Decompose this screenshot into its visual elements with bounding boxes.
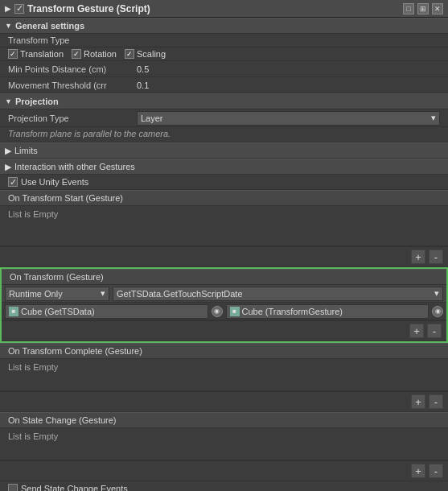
scaling-checkbox-item[interactable]: ✓ Scaling [125, 49, 166, 59]
unity-events-label: Use Unity Events [21, 177, 88, 187]
translation-label: Translation [20, 49, 64, 59]
on-state-change-plus[interactable]: + [411, 464, 425, 478]
on-transform-start-section: On Transform Start (Gesture) List is Emp… [0, 190, 448, 267]
on-transform-complete-header: On Transform Complete (Gesture) [0, 343, 448, 359]
min-points-row: Min Points Distance (cm) 0.5 [0, 61, 448, 77]
runtime-dropdown-arrow: ▾ [101, 288, 105, 299]
on-transform-start-header: On Transform Start (Gesture) [0, 190, 448, 206]
projection-header[interactable]: ▼ Projection [0, 93, 448, 109]
translation-checkbox[interactable]: ✓ [8, 49, 18, 59]
on-transform-complete-label: On Transform Complete (Gesture) [8, 346, 142, 356]
window-title: Transform Gesture (Script) [27, 3, 403, 14]
on-transform-start-empty: List is Empty [8, 209, 58, 219]
on-transform-start-label: On Transform Start (Gesture) [8, 193, 123, 203]
projection-type-label: Projection Type [8, 113, 137, 123]
min-points-value: 0.5 [137, 64, 149, 74]
on-transform-complete-plus[interactable]: + [411, 394, 425, 409]
on-transform-start-plus[interactable]: + [411, 250, 425, 264]
on-transform-header: On Transform (Gesture) [2, 269, 446, 285]
projection-type-row: Projection Type Layer ▾ [0, 109, 448, 127]
dropdown-arrow-icon: ▾ [431, 113, 436, 123]
on-transform-complete-content: List is Empty [0, 359, 448, 375]
transform-type-label: Transform Type [8, 35, 69, 45]
projection-info-text: Transform plane is parallel to the camer… [0, 127, 448, 142]
obj-field-1[interactable]: ■ Cube (GetTSData) [5, 304, 208, 319]
on-transform-label: On Transform (Gesture) [10, 272, 104, 282]
on-transform-start-content: List is Empty [0, 206, 448, 222]
on-transform-footer: + - [2, 320, 446, 340]
send-state-change-checkbox[interactable] [8, 484, 18, 491]
projection-info-label: Transform plane is parallel to the camer… [8, 129, 171, 138]
on-state-change-header: On State Change (Gesture) [0, 412, 448, 428]
projection-arrow: ▼ [5, 97, 12, 105]
on-transform-event-row: Runtime Only ▾ GetTSData.GetTouchScriptD… [2, 285, 446, 303]
title-icon-2[interactable]: ⊞ [417, 3, 429, 14]
obj-label-1: Cube (GetTSData) [21, 307, 95, 316]
title-icons: □ ⊞ ✕ [403, 3, 443, 14]
movement-row: Movement Threshold (crr 0.1 [0, 77, 448, 93]
scaling-checkbox[interactable]: ✓ [125, 49, 134, 59]
obj-icon-2: ■ [230, 307, 240, 316]
limits-label: Limits [14, 146, 38, 155]
title-icon-1[interactable]: □ [403, 3, 414, 14]
on-transform-complete-section: On Transform Complete (Gesture) List is … [0, 343, 448, 412]
main-content: ▼ General settings Transform Type ✓ Tran… [0, 18, 448, 491]
transform-type-row: Transform Type [0, 34, 448, 47]
send-state-change-label: Send State Change Events [21, 484, 128, 491]
function-dropdown-arrow: ▾ [434, 288, 439, 299]
obj-circle-btn-2[interactable]: ◉ [432, 306, 443, 317]
on-state-change-section: On State Change (Gesture) List is Empty … [0, 412, 448, 481]
projection-type-value: Layer [141, 113, 163, 123]
interaction-header[interactable]: ▶ Interaction with other Gestures [0, 159, 448, 175]
on-state-change-minus[interactable]: - [429, 464, 443, 478]
send-state-change-row[interactable]: Send State Change Events [0, 481, 448, 491]
on-transform-start-minus[interactable]: - [429, 250, 443, 264]
obj-label-2: Cube (TransformGesture) [242, 307, 343, 316]
runtime-dropdown[interactable]: Runtime Only ▾ [5, 287, 109, 301]
limits-header[interactable]: ▶ Limits [0, 142, 448, 159]
rotation-checkbox-item[interactable]: ✓ Rotation [72, 49, 117, 59]
on-transform-complete-footer: + - [0, 391, 448, 411]
title-checkbox[interactable]: ✓ [14, 4, 24, 14]
on-state-change-empty: List is Empty [8, 431, 58, 441]
unity-events-checkbox[interactable]: ✓ [8, 177, 18, 187]
on-transform-section: On Transform (Gesture) Runtime Only ▾ Ge… [2, 269, 446, 341]
on-transform-complete-empty: List is Empty [8, 362, 58, 372]
on-transform-plus[interactable]: + [409, 324, 424, 338]
runtime-label: Runtime Only [9, 289, 63, 299]
rotation-checkbox[interactable]: ✓ [72, 49, 81, 59]
movement-label: Movement Threshold (crr [8, 80, 137, 90]
rotation-label: Rotation [84, 49, 117, 59]
on-state-change-label: On State Change (Gesture) [8, 415, 117, 425]
on-transform-highlighted-wrapper: On Transform (Gesture) Runtime Only ▾ Ge… [0, 267, 448, 343]
on-transform-minus[interactable]: - [427, 324, 442, 338]
on-state-change-content: List is Empty [0, 428, 448, 444]
unity-events-row[interactable]: ✓ Use Unity Events [0, 175, 448, 190]
on-transform-complete-minus[interactable]: - [429, 394, 443, 409]
obj-icon-1: ■ [9, 307, 18, 316]
on-state-change-footer: + - [0, 460, 448, 481]
general-settings-header[interactable]: ▼ General settings [0, 18, 448, 34]
projection-label: Projection [15, 97, 59, 106]
function-value: GetTSData.GetTouchScriptDate [117, 289, 243, 299]
general-settings-label: General settings [15, 21, 84, 31]
function-dropdown[interactable]: GetTSData.GetTouchScriptDate ▾ [113, 287, 443, 301]
title-icon-3[interactable]: ✕ [432, 3, 443, 14]
interaction-arrow: ▶ [5, 162, 11, 172]
projection-type-dropdown[interactable]: Layer ▾ [137, 111, 440, 126]
min-points-label: Min Points Distance (cm) [8, 64, 137, 74]
scaling-label: Scaling [137, 49, 166, 59]
translation-checkbox-item[interactable]: ✓ Translation [8, 49, 64, 59]
on-transform-obj-row: ■ Cube (GetTSData) ◉ ■ Cube (TransformGe… [2, 303, 446, 320]
on-transform-start-footer: + - [0, 246, 448, 266]
script-icon: ▶ [5, 4, 11, 13]
transform-type-checkboxes: ✓ Translation ✓ Rotation ✓ Scaling [0, 47, 448, 61]
movement-value: 0.1 [137, 80, 149, 90]
interaction-label: Interaction with other Gestures [14, 162, 135, 171]
obj-circle-btn-1[interactable]: ◉ [212, 306, 223, 317]
title-bar: ▶ ✓ Transform Gesture (Script) □ ⊞ ✕ [0, 0, 448, 18]
limits-arrow: ▶ [5, 146, 11, 156]
general-settings-arrow: ▼ [5, 22, 12, 30]
obj-field-2[interactable]: ■ Cube (TransformGesture) [226, 304, 430, 319]
